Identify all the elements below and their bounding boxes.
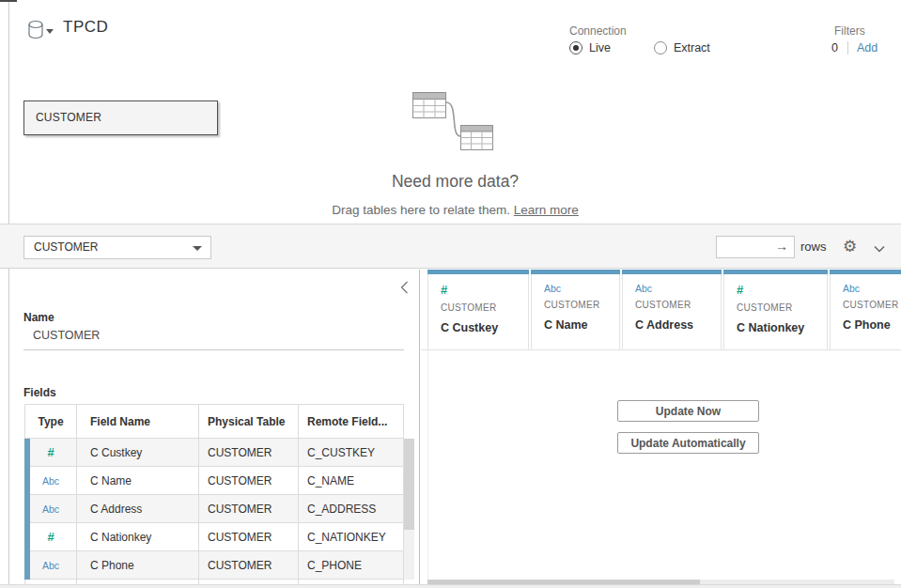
data-grid-panel: #CUSTOMERC CustkeyAbcCUSTOMERC NameAbcCU… <box>421 270 901 584</box>
column-field-name: C Address <box>635 318 721 332</box>
relate-tables-illustration <box>411 88 497 159</box>
datasource-toolbar: CUSTOMER → rows ⚙ <box>0 224 901 269</box>
string-type-icon[interactable]: Abc <box>843 283 901 294</box>
gear-icon[interactable]: ⚙ <box>843 237 857 256</box>
data-source-page: TPCD Connection Live Extract Filters 0 A… <box>0 0 901 588</box>
live-radio[interactable] <box>569 41 583 54</box>
column-field-name: C Custkey <box>441 321 528 334</box>
string-type-icon[interactable]: Abc <box>42 560 59 571</box>
field-row[interactable]: #C NationkeyCUSTOMERC_NATIONKEY <box>25 523 404 551</box>
grid-column-header[interactable]: AbcCUSTOMERC Address <box>622 270 722 349</box>
filters-label: Filters <box>834 24 865 38</box>
add-filter-link[interactable]: Add <box>857 41 878 54</box>
bottom-scroll-gutter <box>0 584 901 588</box>
name-field-underline <box>23 349 404 350</box>
collapse-panel-icon[interactable] <box>400 281 409 297</box>
field-metadata-panel: Name CUSTOMER Fields TypeField NamePhysi… <box>9 270 420 584</box>
datasource-title[interactable]: TPCD <box>63 18 108 37</box>
fields-column-header[interactable]: Field Name <box>77 405 199 439</box>
fields-table: TypeField NamePhysical TableRemote Field… <box>24 404 404 585</box>
grid-column-header[interactable]: #CUSTOMERC Custkey <box>427 270 529 349</box>
column-header-body: AbcCUSTOMERC Name <box>531 274 620 349</box>
live-radio-label[interactable]: Live <box>589 41 611 54</box>
number-type-icon[interactable]: # <box>47 530 54 544</box>
column-header-body: #CUSTOMERC Custkey <box>427 274 529 349</box>
filters-row: 0 Add <box>831 41 878 54</box>
number-type-icon[interactable]: # <box>47 445 54 459</box>
table-selector-dropdown[interactable]: CUSTOMER <box>23 236 211 259</box>
chevron-down-icon <box>193 246 202 251</box>
string-type-icon[interactable]: Abc <box>42 475 59 487</box>
remote-field-cell: C_PHONE <box>299 551 404 580</box>
empty-state-subtitle: Drag tables here to relate them. Learn m… <box>9 203 901 217</box>
physical-table-cell: CUSTOMER <box>199 551 299 580</box>
grid-column-header[interactable]: #CUSTOMERC Nationkey <box>723 270 828 349</box>
column-field-name: C Name <box>544 318 619 332</box>
grid-header-divider <box>421 349 901 350</box>
collapse-grid-chevron-icon[interactable] <box>874 242 885 255</box>
column-table-label: CUSTOMER <box>843 300 901 310</box>
scrollbar-thumb[interactable] <box>404 439 414 530</box>
extract-radio-label[interactable]: Extract <box>674 41 710 54</box>
extract-radio[interactable] <box>654 41 667 54</box>
table-name-value[interactable]: CUSTOMER <box>33 329 100 342</box>
update-now-button[interactable]: Update Now <box>617 400 759 422</box>
window-edge-mark <box>0 0 17 2</box>
field-row[interactable]: #C CustkeyCUSTOMERC_CUSTKEY <box>25 439 404 467</box>
field-row[interactable]: AbcC AddressCUSTOMERC_ADDRESS <box>25 495 404 523</box>
database-icon[interactable] <box>27 20 44 43</box>
column-field-name: C Nationkey <box>737 321 827 334</box>
column-table-label: CUSTOMER <box>737 302 827 313</box>
remote-field-cell: C_CUSTKEY <box>299 439 404 467</box>
column-header-body: #CUSTOMERC Nationkey <box>723 274 828 349</box>
field-name-cell: C Address <box>77 495 199 523</box>
remote-field-cell: C_NATIONKEY <box>299 523 404 551</box>
string-type-icon[interactable]: Abc <box>544 283 619 294</box>
field-name-cell: C Name <box>77 467 199 495</box>
fields-table-header-row: TypeField NamePhysical TableRemote Field… <box>25 405 404 439</box>
number-type-icon[interactable]: # <box>441 283 528 297</box>
physical-table-cell: CUSTOMER <box>199 495 299 523</box>
string-type-icon[interactable]: Abc <box>635 283 721 294</box>
fields-table-body: #C CustkeyCUSTOMERC_CUSTKEYAbcC NameCUST… <box>25 439 404 585</box>
column-field-name: C Phone <box>843 318 901 332</box>
fields-vertical-scrollbar[interactable] <box>404 439 414 580</box>
string-type-icon[interactable]: Abc <box>42 503 59 515</box>
fields-label: Fields <box>23 386 56 399</box>
fields-column-header[interactable]: Remote Field... <box>299 405 404 439</box>
field-row[interactable]: AbcC PhoneCUSTOMERC_PHONE <box>25 551 404 580</box>
grid-left-edge <box>427 349 428 580</box>
grid-column-header[interactable]: AbcCUSTOMERC Phone <box>830 270 901 349</box>
filters-count: 0 <box>831 41 838 54</box>
grid-column-headers: #CUSTOMERC CustkeyAbcCUSTOMERC NameAbcCU… <box>427 270 901 349</box>
field-name-cell: C Phone <box>77 551 199 580</box>
physical-table-cell: CUSTOMER <box>199 467 299 495</box>
column-header-body: AbcCUSTOMERC Phone <box>830 274 901 349</box>
connection-radio-group: Live Extract <box>569 41 753 54</box>
name-label: Name <box>23 311 54 324</box>
table-selector-value: CUSTOMER <box>34 240 98 254</box>
database-dropdown-caret[interactable] <box>46 29 54 34</box>
arrow-right-icon: → <box>775 239 788 254</box>
empty-state-title: Need more data? <box>9 172 901 192</box>
grid-column-header[interactable]: AbcCUSTOMERC Name <box>531 270 620 349</box>
fields-column-header[interactable]: Physical Table <box>199 405 299 439</box>
row-selection-strip <box>24 439 30 580</box>
field-row[interactable]: AbcC NameCUSTOMERC_NAME <box>25 467 404 495</box>
filters-divider <box>847 41 848 54</box>
column-header-body: AbcCUSTOMERC Address <box>622 274 722 349</box>
remote-field-cell: C_ADDRESS <box>299 495 404 523</box>
number-type-icon[interactable]: # <box>737 283 827 297</box>
field-name-cell: C Nationkey <box>77 523 199 551</box>
physical-table-cell: CUSTOMER <box>199 439 299 467</box>
row-limit-input[interactable]: → <box>716 236 795 258</box>
column-table-label: CUSTOMER <box>635 300 721 310</box>
field-name-cell: C Custkey <box>77 439 199 467</box>
learn-more-link[interactable]: Learn more <box>514 203 579 217</box>
update-automatically-button[interactable]: Update Automatically <box>617 432 759 454</box>
remote-field-cell: C_NAME <box>299 467 404 495</box>
empty-state-hint: Drag tables here to relate them. <box>332 203 510 217</box>
fields-column-header[interactable]: Type <box>25 405 77 439</box>
connection-label: Connection <box>569 24 627 38</box>
customer-table-chip[interactable]: CUSTOMER <box>23 101 218 135</box>
